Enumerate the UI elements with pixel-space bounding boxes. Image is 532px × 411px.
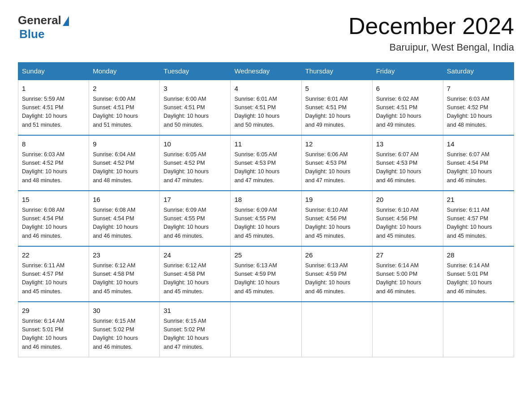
day-info: Sunrise: 6:13 AMSunset: 4:59 PMDaylight:… <box>234 261 297 296</box>
calendar-cell: 8Sunrise: 6:03 AMSunset: 4:52 PMDaylight… <box>18 135 89 191</box>
header-row: Sunday Monday Tuesday Wednesday Thursday… <box>18 63 514 80</box>
calendar-cell: 10Sunrise: 6:05 AMSunset: 4:52 PMDayligh… <box>160 135 231 191</box>
day-number: 12 <box>305 139 369 150</box>
calendar-cell: 20Sunrise: 6:10 AMSunset: 4:56 PMDayligh… <box>372 191 443 246</box>
day-number: 15 <box>22 195 85 205</box>
col-thursday: Thursday <box>301 63 372 80</box>
day-info: Sunrise: 6:05 AMSunset: 4:53 PMDaylight:… <box>234 150 297 185</box>
day-number: 14 <box>447 139 510 150</box>
calendar-cell <box>372 302 443 357</box>
col-tuesday: Tuesday <box>160 63 231 80</box>
calendar-cell <box>443 302 514 357</box>
calendar-cell: 24Sunrise: 6:12 AMSunset: 4:58 PMDayligh… <box>160 246 231 302</box>
calendar-header: Sunday Monday Tuesday Wednesday Thursday… <box>18 63 514 80</box>
col-sunday: Sunday <box>18 63 89 80</box>
day-info: Sunrise: 6:08 AMSunset: 4:54 PMDaylight:… <box>93 206 156 241</box>
calendar-cell: 2Sunrise: 6:00 AMSunset: 4:51 PMDaylight… <box>89 80 160 135</box>
day-info: Sunrise: 6:07 AMSunset: 4:53 PMDaylight:… <box>376 150 439 185</box>
day-info: Sunrise: 6:05 AMSunset: 4:52 PMDaylight:… <box>163 150 227 185</box>
calendar-week-row: 22Sunrise: 6:11 AMSunset: 4:57 PMDayligh… <box>18 246 514 302</box>
calendar-cell: 21Sunrise: 6:11 AMSunset: 4:57 PMDayligh… <box>443 191 514 246</box>
calendar-cell: 15Sunrise: 6:08 AMSunset: 4:54 PMDayligh… <box>18 191 89 246</box>
calendar-body: 1Sunrise: 5:59 AMSunset: 4:51 PMDaylight… <box>18 80 514 357</box>
calendar-cell: 23Sunrise: 6:12 AMSunset: 4:58 PMDayligh… <box>89 246 160 302</box>
calendar-cell: 19Sunrise: 6:10 AMSunset: 4:56 PMDayligh… <box>301 191 372 246</box>
calendar-cell: 1Sunrise: 5:59 AMSunset: 4:51 PMDaylight… <box>18 80 89 135</box>
day-number: 29 <box>22 306 85 316</box>
day-info: Sunrise: 6:14 AMSunset: 5:01 PMDaylight:… <box>447 261 510 296</box>
logo-blue-text: Blue <box>19 27 44 41</box>
day-number: 25 <box>234 250 297 261</box>
day-info: Sunrise: 6:15 AMSunset: 5:02 PMDaylight:… <box>163 317 227 352</box>
calendar-cell: 9Sunrise: 6:04 AMSunset: 4:52 PMDaylight… <box>89 135 160 191</box>
day-number: 6 <box>376 84 439 94</box>
day-info: Sunrise: 6:08 AMSunset: 4:54 PMDaylight:… <box>22 206 85 241</box>
day-number: 30 <box>93 306 156 316</box>
day-info: Sunrise: 6:12 AMSunset: 4:58 PMDaylight:… <box>93 261 156 296</box>
calendar-cell: 13Sunrise: 6:07 AMSunset: 4:53 PMDayligh… <box>372 135 443 191</box>
calendar-cell: 12Sunrise: 6:06 AMSunset: 4:53 PMDayligh… <box>301 135 372 191</box>
day-number: 5 <box>305 84 369 94</box>
month-title: December 2024 <box>348 13 514 39</box>
calendar-cell: 11Sunrise: 6:05 AMSunset: 4:53 PMDayligh… <box>231 135 301 191</box>
logo-general-text: General <box>18 13 61 27</box>
day-info: Sunrise: 6:01 AMSunset: 4:51 PMDaylight:… <box>234 95 297 130</box>
calendar-cell: 18Sunrise: 6:09 AMSunset: 4:55 PMDayligh… <box>231 191 301 246</box>
day-info: Sunrise: 6:00 AMSunset: 4:51 PMDaylight:… <box>93 95 156 130</box>
location-title: Baruipur, West Bengal, India <box>348 42 514 53</box>
day-number: 28 <box>447 250 510 261</box>
logo: General Blue <box>18 13 69 41</box>
logo-triangle-icon <box>63 16 69 26</box>
calendar-cell: 7Sunrise: 6:03 AMSunset: 4:52 PMDaylight… <box>443 80 514 135</box>
day-info: Sunrise: 6:14 AMSunset: 5:01 PMDaylight:… <box>22 317 85 352</box>
day-number: 20 <box>376 195 439 205</box>
day-number: 22 <box>22 250 85 261</box>
day-number: 17 <box>163 195 227 205</box>
col-monday: Monday <box>89 63 160 80</box>
day-info: Sunrise: 6:01 AMSunset: 4:51 PMDaylight:… <box>305 95 369 130</box>
day-info: Sunrise: 6:11 AMSunset: 4:57 PMDaylight:… <box>447 206 510 241</box>
calendar-cell: 26Sunrise: 6:13 AMSunset: 4:59 PMDayligh… <box>301 246 372 302</box>
day-info: Sunrise: 6:10 AMSunset: 4:56 PMDaylight:… <box>376 206 439 241</box>
day-info: Sunrise: 6:10 AMSunset: 4:56 PMDaylight:… <box>305 206 369 241</box>
day-info: Sunrise: 6:02 AMSunset: 4:51 PMDaylight:… <box>376 95 439 130</box>
calendar-cell: 25Sunrise: 6:13 AMSunset: 4:59 PMDayligh… <box>231 246 301 302</box>
calendar-cell: 22Sunrise: 6:11 AMSunset: 4:57 PMDayligh… <box>18 246 89 302</box>
day-info: Sunrise: 6:12 AMSunset: 4:58 PMDaylight:… <box>163 261 227 296</box>
day-number: 1 <box>22 84 85 94</box>
day-info: Sunrise: 6:15 AMSunset: 5:02 PMDaylight:… <box>93 317 156 352</box>
day-number: 11 <box>234 139 297 150</box>
day-number: 23 <box>93 250 156 261</box>
calendar-week-row: 8Sunrise: 6:03 AMSunset: 4:52 PMDaylight… <box>18 135 514 191</box>
title-block: December 2024 Baruipur, West Bengal, Ind… <box>348 13 514 53</box>
calendar-cell: 28Sunrise: 6:14 AMSunset: 5:01 PMDayligh… <box>443 246 514 302</box>
day-number: 24 <box>163 250 227 261</box>
day-number: 31 <box>163 306 227 316</box>
day-number: 19 <box>305 195 369 205</box>
day-info: Sunrise: 6:11 AMSunset: 4:57 PMDaylight:… <box>22 261 85 296</box>
day-info: Sunrise: 6:04 AMSunset: 4:52 PMDaylight:… <box>93 150 156 185</box>
calendar-week-row: 1Sunrise: 5:59 AMSunset: 4:51 PMDaylight… <box>18 80 514 135</box>
day-info: Sunrise: 6:03 AMSunset: 4:52 PMDaylight:… <box>22 150 85 185</box>
day-number: 4 <box>234 84 297 94</box>
calendar-week-row: 29Sunrise: 6:14 AMSunset: 5:01 PMDayligh… <box>18 302 514 357</box>
col-saturday: Saturday <box>443 63 514 80</box>
day-number: 7 <box>447 84 510 94</box>
col-wednesday: Wednesday <box>231 63 301 80</box>
calendar-cell <box>231 302 301 357</box>
day-info: Sunrise: 6:09 AMSunset: 4:55 PMDaylight:… <box>234 206 297 241</box>
day-number: 13 <box>376 139 439 150</box>
calendar-cell: 4Sunrise: 6:01 AMSunset: 4:51 PMDaylight… <box>231 80 301 135</box>
calendar-cell: 17Sunrise: 6:09 AMSunset: 4:55 PMDayligh… <box>160 191 231 246</box>
calendar-cell: 6Sunrise: 6:02 AMSunset: 4:51 PMDaylight… <box>372 80 443 135</box>
day-info: Sunrise: 6:03 AMSunset: 4:52 PMDaylight:… <box>447 95 510 130</box>
calendar-cell: 30Sunrise: 6:15 AMSunset: 5:02 PMDayligh… <box>89 302 160 357</box>
calendar-table: Sunday Monday Tuesday Wednesday Thursday… <box>18 62 514 357</box>
calendar-cell: 27Sunrise: 6:14 AMSunset: 5:00 PMDayligh… <box>372 246 443 302</box>
calendar-cell: 3Sunrise: 6:00 AMSunset: 4:51 PMDaylight… <box>160 80 231 135</box>
calendar-cell: 29Sunrise: 6:14 AMSunset: 5:01 PMDayligh… <box>18 302 89 357</box>
day-info: Sunrise: 6:14 AMSunset: 5:00 PMDaylight:… <box>376 261 439 296</box>
day-number: 2 <box>93 84 156 94</box>
col-friday: Friday <box>372 63 443 80</box>
day-number: 21 <box>447 195 510 205</box>
